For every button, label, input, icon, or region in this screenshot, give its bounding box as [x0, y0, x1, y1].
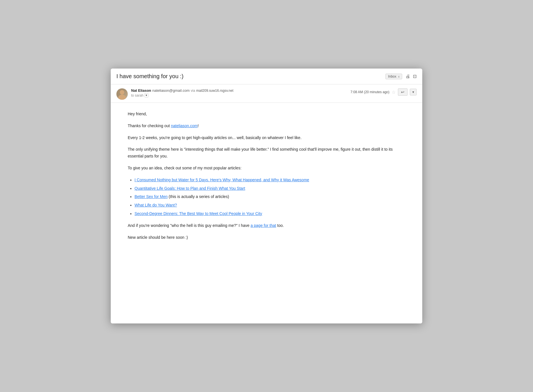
print-icon[interactable]: 🖨 [406, 74, 410, 79]
greeting: Hey friend, [128, 111, 405, 118]
list-item: What Life do You Want? [135, 202, 405, 209]
sender-via-server: mail209.suw16.rsgsv.net [196, 89, 233, 93]
more-actions-button[interactable]: ▾ [410, 89, 417, 95]
inbox-label: Inbox [388, 74, 396, 78]
article-link-4[interactable]: What Life do You Want? [135, 203, 177, 207]
paragraph-4: To give you an idea, check out some of m… [128, 165, 405, 172]
list-item: Quantitative Life Goals: How to Plan and… [135, 185, 405, 192]
to-row: to sarah ▾ [131, 93, 347, 97]
meta-right: 7:08 AM (20 minutes ago) ☆ ↩ ▾ [351, 88, 417, 96]
inbox-close[interactable]: x [398, 75, 400, 78]
inbox-badge: Inbox x [385, 74, 402, 79]
reply-button[interactable]: ↩ [398, 88, 408, 96]
to-dropdown-button[interactable]: ▾ [144, 93, 148, 97]
header-icons: 🖨 ⊡ [406, 74, 417, 79]
to-label: to sarah [131, 93, 143, 97]
article-link-5[interactable]: Second-Degree Dinners: The Best Way to M… [135, 211, 262, 216]
star-icon[interactable]: ☆ [392, 90, 396, 95]
email-window: I have something for you :) Inbox x 🖨 ⊡ … [111, 69, 422, 323]
p1-after: ! [198, 123, 199, 128]
via-text: via [191, 89, 195, 93]
list-item: Better Sex for Men (this is actually a s… [135, 193, 405, 200]
nateliason-link[interactable]: nateliason.com [171, 123, 198, 128]
email-subject: I have something for you :) [116, 73, 382, 80]
p5-before: And if you're wondering "who the hell is… [128, 223, 251, 228]
paragraph-5: And if you're wondering "who the hell is… [128, 222, 405, 229]
sender-name-row: Nat Eliason nateliason@gmail.com via mai… [131, 88, 347, 93]
articles-list: I Consumed Nothing but Water for 5 Days.… [135, 177, 405, 217]
list-item: I Consumed Nothing but Water for 5 Days.… [135, 177, 405, 184]
email-body: Hey friend, Thanks for checking out nate… [111, 103, 422, 257]
avatar-image [116, 88, 128, 100]
paragraph-3: The only unifying theme here is "interes… [128, 146, 405, 160]
article-link-1[interactable]: I Consumed Nothing but Water for 5 Days.… [135, 178, 309, 182]
sender-name: Nat Eliason [131, 88, 151, 93]
email-header: I have something for you :) Inbox x 🖨 ⊡ [111, 69, 422, 84]
paragraph-2: Every 1-2 weeks, you're going to get hig… [128, 135, 405, 141]
list-item: Second-Degree Dinners: The Best Way to M… [135, 210, 405, 217]
article-link-3[interactable]: Better Sex for Men [135, 194, 168, 199]
paragraph-1: Thanks for checking out nateliason.com! [128, 123, 405, 129]
sender-info: Nat Eliason nateliason@gmail.com via mai… [131, 88, 347, 97]
paragraph-6: New article should be here soon :) [128, 234, 405, 241]
p1-before: Thanks for checking out [128, 123, 171, 128]
p5-after: too. [276, 223, 284, 228]
article-note-3: (this is actually a series of articles) [168, 194, 229, 199]
article-link-2[interactable]: Quantitative Life Goals: How to Plan and… [135, 186, 245, 191]
sender-row: Nat Eliason nateliason@gmail.com via mai… [111, 84, 422, 103]
sender-email: nateliason@gmail.com [152, 88, 190, 93]
avatar [116, 88, 128, 100]
timestamp: 7:08 AM (20 minutes ago) [351, 90, 389, 94]
page-for-that-link[interactable]: a page for that [251, 223, 276, 228]
expand-icon[interactable]: ⊡ [413, 74, 417, 79]
